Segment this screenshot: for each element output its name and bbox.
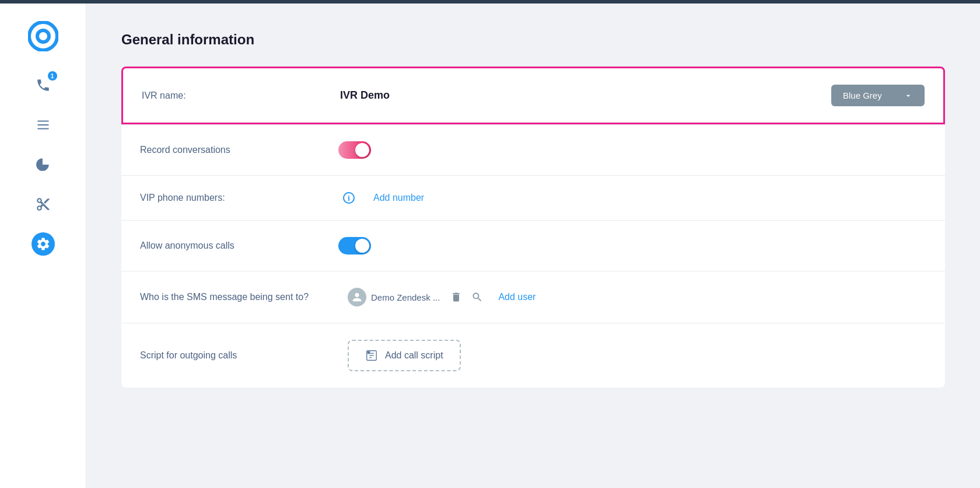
vip-phone-numbers-row: VIP phone numbers: i Add number — [121, 175, 945, 220]
sidebar-item-phone[interactable]: 1 — [32, 74, 55, 97]
vip-label: VIP phone numbers: — [140, 193, 338, 203]
record-conversations-label: Record conversations — [140, 145, 338, 155]
search-user-icon — [471, 291, 483, 303]
search-sms-user-button[interactable] — [468, 288, 487, 306]
toggle-track-record — [338, 141, 371, 159]
toggle-knob-record — [355, 143, 369, 157]
svg-rect-2 — [37, 120, 49, 121]
script-label: Script for outgoing calls — [140, 350, 338, 361]
script-icon — [365, 349, 378, 362]
ivr-name-label: IVR name: — [142, 90, 340, 101]
phone-badge: 1 — [48, 71, 57, 81]
toggle-track-anonymous — [338, 237, 371, 255]
color-dropdown-label: Blue Grey — [843, 90, 882, 100]
user-avatar-icon — [352, 292, 362, 302]
page-title: General information — [121, 32, 945, 48]
add-call-script-button[interactable]: Add call script — [348, 340, 461, 371]
sms-user-avatar — [348, 288, 366, 306]
sidebar-item-settings[interactable] — [32, 232, 55, 256]
add-call-script-label: Add call script — [385, 350, 443, 361]
svg-rect-9 — [368, 351, 370, 354]
trash-icon — [450, 291, 462, 303]
chevron-down-icon — [904, 91, 913, 100]
app-logo[interactable] — [28, 21, 58, 51]
record-conversations-toggle[interactable] — [338, 141, 371, 159]
sms-message-row: Who is the SMS message being sent to? De… — [121, 271, 945, 323]
ivr-name-row: IVR name: Blue Grey — [121, 67, 945, 124]
sms-label: Who is the SMS message being sent to? — [140, 292, 338, 302]
script-outgoing-calls-row: Script for outgoing calls Add call scrip… — [121, 323, 945, 388]
svg-point-1 — [37, 30, 49, 42]
ivr-name-input[interactable] — [340, 89, 503, 102]
add-sms-user-link[interactable]: Add user — [498, 292, 536, 302]
sms-user-chip: Demo Zendesk ... — [348, 288, 440, 306]
toggle-knob-anonymous — [355, 239, 369, 253]
sidebar-item-list[interactable] — [32, 113, 55, 137]
svg-point-0 — [29, 22, 57, 50]
color-dropdown-button[interactable]: Blue Grey — [831, 85, 925, 106]
anonymous-calls-toggle[interactable] — [338, 237, 371, 255]
add-number-link[interactable]: Add number — [373, 193, 424, 203]
sms-user-name: Demo Zendesk ... — [371, 292, 440, 302]
anonymous-calls-label: Allow anonymous calls — [140, 240, 338, 251]
top-bar — [0, 0, 980, 4]
sidebar: 1 — [0, 4, 86, 488]
vip-info-icon[interactable]: i — [343, 192, 355, 204]
svg-rect-4 — [37, 128, 49, 129]
svg-rect-3 — [37, 124, 49, 126]
sidebar-item-tools[interactable] — [32, 193, 55, 216]
delete-sms-user-button[interactable] — [447, 288, 466, 306]
vip-label-wrap: VIP phone numbers: i — [140, 192, 355, 204]
record-conversations-row: Record conversations — [121, 124, 945, 175]
main-content: General information IVR name: Blue Grey … — [86, 4, 980, 488]
allow-anonymous-calls-row: Allow anonymous calls — [121, 220, 945, 271]
sidebar-item-chart[interactable] — [32, 153, 55, 176]
